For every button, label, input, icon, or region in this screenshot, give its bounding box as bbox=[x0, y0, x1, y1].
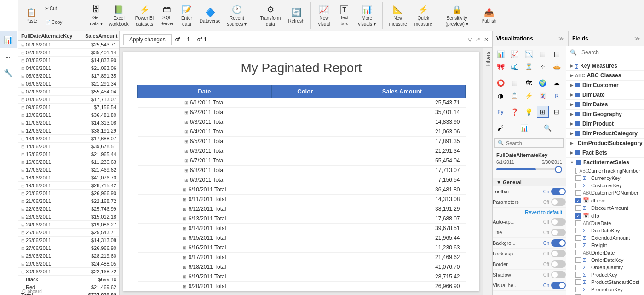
viz-scatter-icon[interactable]: ⁘ bbox=[537, 61, 549, 73]
auto-toggle-track[interactable] bbox=[551, 218, 566, 226]
more-visuals-btn[interactable]: 📊 More visuals ▾ bbox=[355, 3, 378, 29]
text-box-btn[interactable]: T Text box bbox=[335, 3, 353, 29]
auto-toggle[interactable]: Off bbox=[543, 218, 566, 226]
field-item[interactable]: ABCCarrierTrackingNumber bbox=[566, 167, 644, 174]
revert-to-default-link[interactable]: Revert to default bbox=[493, 208, 566, 217]
page-input[interactable]: 1 bbox=[182, 35, 196, 44]
field-item[interactable]: ΣFreight bbox=[566, 242, 644, 249]
viz-gauge-icon[interactable]: ⚡ bbox=[523, 90, 535, 102]
viz-filled-icon[interactable]: 🌍 bbox=[537, 77, 549, 89]
viz-card-icon[interactable]: 🃏 bbox=[537, 90, 549, 102]
quick-measure-btn[interactable]: ⚡ Quick measure bbox=[412, 3, 435, 29]
field-group-header-dimproductsubcategory[interactable]: ▶DimProductSubcategory bbox=[566, 139, 644, 148]
viz-treemap-icon[interactable]: ▦ bbox=[509, 77, 521, 89]
sql-btn[interactable]: 🗃 SQL Server bbox=[157, 3, 176, 29]
viz-smart-icon[interactable]: 💡 bbox=[523, 106, 535, 118]
close-icon[interactable]: ✕ bbox=[484, 36, 489, 43]
visual-he-toggle[interactable]: On bbox=[543, 282, 566, 289]
refresh-btn[interactable]: 🔄 Refresh bbox=[285, 3, 307, 29]
viz-expand-icon[interactable]: ≫ bbox=[558, 35, 564, 42]
toolbar-toggle-track[interactable] bbox=[551, 188, 566, 195]
field-group-header-dimproduct[interactable]: ▶DimProduct bbox=[566, 119, 644, 128]
viz-funnel-icon[interactable]: ⏳ bbox=[523, 61, 535, 73]
publish-btn[interactable]: 📤 Publish bbox=[479, 3, 500, 29]
shadow-toggle[interactable]: Off bbox=[543, 271, 566, 278]
viz-pie-icon[interactable]: 🥧 bbox=[551, 61, 563, 73]
field-item[interactable]: ΣPromotionKey bbox=[566, 286, 644, 293]
field-group-header-dimproductcategory[interactable]: ▶DimProductCategory bbox=[566, 129, 644, 138]
excel-btn[interactable]: 📗 Excel workbook bbox=[106, 3, 132, 29]
transform-btn[interactable]: ⚙ Transform data bbox=[257, 3, 283, 29]
shadow-toggle-track[interactable] bbox=[551, 271, 566, 278]
title-toggle-track[interactable] bbox=[551, 229, 566, 236]
toolbar-toggle[interactable]: On bbox=[543, 188, 566, 195]
field-item[interactable]: ΣOrderQuantity bbox=[566, 264, 644, 271]
viz-ribbon-icon[interactable]: 🎀 bbox=[494, 61, 506, 73]
field-group-header-factinternetsales[interactable]: ▼FactInternetSales bbox=[566, 158, 644, 167]
format-analytics-icon[interactable]: 📊 bbox=[518, 122, 530, 134]
viz-100-icon[interactable]: ▤ bbox=[551, 48, 563, 60]
general-section-header[interactable]: ▼ General bbox=[493, 178, 566, 186]
viz-waterfall-icon[interactable]: 🌊 bbox=[509, 61, 521, 73]
format-filter-icon[interactable]: 🔍 bbox=[541, 122, 553, 134]
field-group-header-fact-bets[interactable]: ▶Fact Bets bbox=[566, 148, 644, 157]
field-group-header-dimgeography[interactable]: ▶DimGeography bbox=[566, 110, 644, 119]
visual-he-toggle-track[interactable] bbox=[551, 282, 566, 289]
viz-search-input[interactable] bbox=[506, 140, 566, 146]
nav-report-btn[interactable]: 📊 bbox=[0, 31, 17, 48]
nav-model-btn[interactable]: 🔧 bbox=[0, 64, 17, 81]
field-item[interactable]: ΣCurrencyKey bbox=[566, 174, 644, 182]
power-bi-btn[interactable]: ⚡ Power BI datasets bbox=[132, 3, 157, 29]
field-item[interactable]: ΣProductStandardCost bbox=[566, 278, 644, 286]
viz-python-icon[interactable]: Py bbox=[494, 106, 506, 118]
viz-area-icon[interactable]: 📉 bbox=[523, 48, 535, 60]
field-item[interactable]: ABCDueDate bbox=[566, 220, 644, 227]
paste-btn[interactable]: 📋 Paste bbox=[22, 3, 40, 29]
viz-stacked-icon[interactable]: ▦ bbox=[537, 48, 549, 60]
new-measure-btn[interactable]: 📐 New measure bbox=[386, 3, 410, 29]
format-paint-icon[interactable]: 🖌 bbox=[494, 122, 506, 134]
viz-qna-icon[interactable]: ❓ bbox=[509, 106, 521, 118]
expand-icon[interactable]: ⤢ bbox=[476, 36, 480, 43]
viz-bar-icon[interactable]: 📊 bbox=[494, 48, 506, 60]
filter-funnel-icon[interactable]: ▽ bbox=[468, 36, 472, 43]
lock-toggle[interactable]: Off bbox=[543, 250, 566, 257]
field-group-header-key-measures[interactable]: ▶∑Key Measures bbox=[566, 61, 644, 70]
cut-btn[interactable]: ✂ Cut bbox=[42, 2, 79, 15]
parameters-toggle-track[interactable] bbox=[551, 198, 566, 206]
field-item[interactable]: ΣCustomerKey bbox=[566, 182, 644, 189]
slider-track[interactable] bbox=[496, 168, 562, 170]
field-item[interactable]: ABCOrderDate bbox=[566, 249, 644, 256]
field-group-header-abc-classes[interactable]: ▶ABCABC Classes bbox=[566, 71, 644, 80]
field-item[interactable]: ✓📅dTo bbox=[566, 212, 644, 220]
field-item[interactable]: ✓📅dFrom bbox=[566, 197, 644, 204]
field-group-header-dimcustomer[interactable]: ▶DimCustomer bbox=[566, 81, 644, 90]
apply-changes-btn[interactable]: Apply changes bbox=[123, 34, 172, 45]
dataverse-btn[interactable]: 🔷 Dataverse bbox=[197, 3, 224, 29]
viz-matrix-icon[interactable]: ⊟ bbox=[551, 106, 563, 118]
viz-kpi-icon[interactable]: 📋 bbox=[509, 90, 521, 102]
new-visual-btn[interactable]: 📈 New visual bbox=[315, 3, 333, 29]
field-group-header-dimdate[interactable]: ▶DimDate bbox=[566, 90, 644, 99]
sensitivity-btn[interactable]: 🔒 Sensitivity (preview) ▾ bbox=[443, 3, 471, 29]
field-group-header-dimdates[interactable]: ▶DimDates bbox=[566, 100, 644, 109]
field-item[interactable]: ΣDiscountAmount bbox=[566, 204, 644, 212]
viz-line-icon[interactable]: 📈 bbox=[509, 48, 521, 60]
copy-btn[interactable]: 📄 Copy bbox=[42, 16, 79, 29]
background-toggle[interactable]: On bbox=[543, 239, 566, 247]
viz-search-box[interactable]: 🔍 bbox=[494, 138, 564, 148]
viz-r-icon[interactable]: R bbox=[551, 90, 563, 102]
field-item[interactable]: ΣExtendedAmount bbox=[566, 234, 644, 242]
get-data-btn[interactable]: 🗄 Get data ▾ bbox=[87, 3, 105, 29]
background-toggle-track[interactable] bbox=[551, 239, 566, 247]
fields-search-input[interactable] bbox=[579, 48, 644, 57]
parameters-toggle[interactable]: Off bbox=[543, 198, 566, 206]
nav-data-btn[interactable]: 🗂 bbox=[0, 48, 17, 64]
fields-expand-icon[interactable]: ≫ bbox=[634, 35, 640, 42]
field-item[interactable]: ABCCustomerPONumber bbox=[566, 189, 644, 197]
viz-donut-icon[interactable]: ⭕ bbox=[494, 77, 506, 89]
field-item[interactable]: ΣProductKey bbox=[566, 271, 644, 278]
field-item[interactable]: ΣDueDateKey bbox=[566, 227, 644, 234]
title-toggle[interactable]: Off bbox=[543, 229, 566, 236]
viz-azure-icon[interactable]: ☁ bbox=[551, 77, 563, 89]
